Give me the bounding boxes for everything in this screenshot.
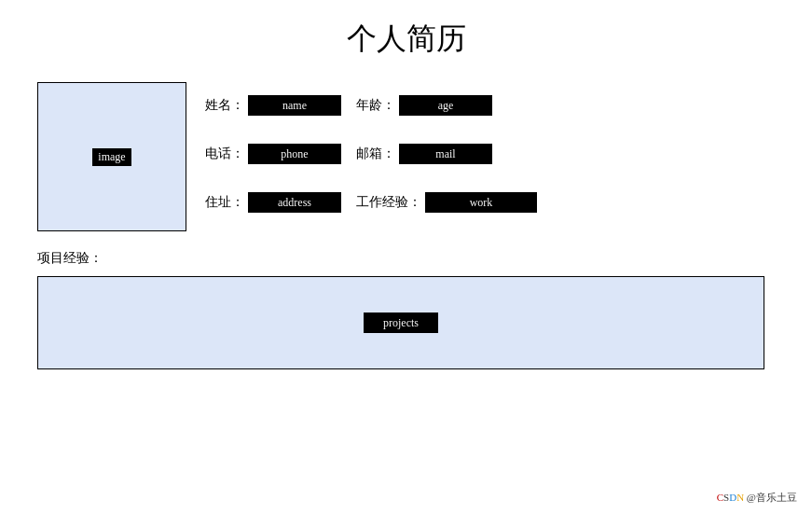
- fields-row-1: 姓名： name 年龄： age: [205, 95, 775, 116]
- field-group-name: 姓名： name: [205, 95, 341, 116]
- fields-row-3: 住址： address 工作经验： work: [205, 192, 775, 213]
- watermark: CSDN @音乐土豆: [717, 491, 797, 505]
- label-mail: 邮箱：: [356, 146, 395, 162]
- field-group-work: 工作经验： work: [356, 192, 537, 213]
- page-container: 个人简历 image 姓名： name 年龄： age 电话：: [0, 0, 812, 514]
- field-group-phone: 电话： phone: [205, 144, 341, 164]
- projects-section: 项目经验： projects: [37, 250, 775, 369]
- label-work: 工作经验：: [356, 194, 421, 211]
- projects-box: projects: [37, 276, 764, 369]
- fields-section: 姓名： name 年龄： age 电话： phone 邮箱： mail: [205, 82, 775, 231]
- field-group-age: 年龄： age: [356, 95, 492, 116]
- input-name[interactable]: name: [248, 95, 341, 116]
- fields-row-2: 电话： phone 邮箱： mail: [205, 144, 775, 164]
- label-phone: 电话：: [205, 146, 244, 162]
- input-mail[interactable]: mail: [399, 144, 492, 164]
- projects-section-label: 项目经验：: [37, 250, 775, 267]
- input-age[interactable]: age: [399, 95, 492, 116]
- input-work[interactable]: work: [425, 192, 537, 213]
- page-title: 个人简历: [37, 19, 775, 60]
- input-address[interactable]: address: [248, 192, 341, 213]
- photo-box: image: [37, 82, 186, 231]
- label-name: 姓名：: [205, 97, 244, 114]
- input-projects[interactable]: projects: [364, 313, 438, 333]
- label-age: 年龄：: [356, 97, 395, 114]
- field-group-address: 住址： address: [205, 192, 341, 213]
- input-phone[interactable]: phone: [248, 144, 341, 164]
- field-group-mail: 邮箱： mail: [356, 144, 492, 164]
- main-section: image 姓名： name 年龄： age 电话： phone: [37, 82, 775, 231]
- label-address: 住址：: [205, 194, 244, 211]
- photo-label: image: [92, 148, 131, 166]
